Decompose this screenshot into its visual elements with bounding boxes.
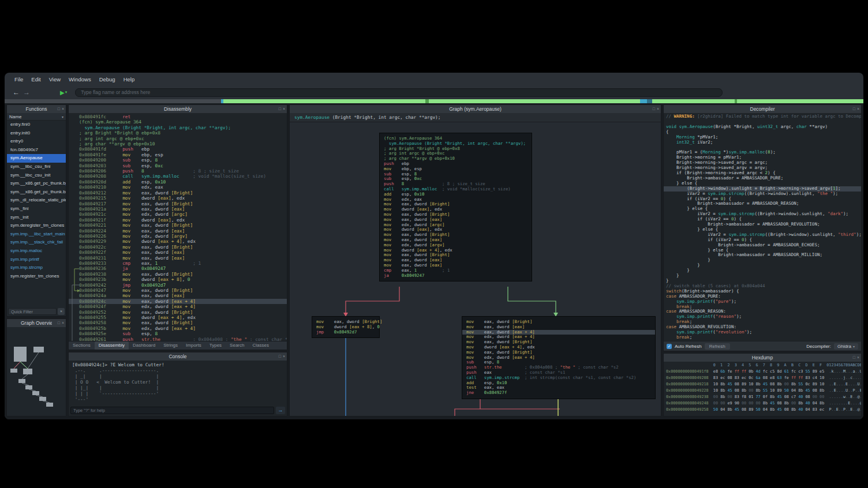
function-item[interactable]: fcn.080490c7 (7, 146, 66, 155)
seek-segment[interactable] (5, 99, 221, 103)
tab-strings[interactable]: Strings (159, 341, 182, 350)
seek-segment[interactable] (647, 99, 652, 103)
forward-button[interactable]: → (23, 85, 30, 99)
disasm-line[interactable]: 0x080491fe mov ebp, esp (69, 152, 287, 157)
console-input[interactable] (70, 407, 274, 414)
graph-overview-minimap[interactable] (7, 327, 66, 416)
disasm-line[interactable]: 0x08049224 mov eax, dword [eax] (69, 228, 287, 234)
disasm-line[interactable]: 0x08049217 mov eax, dword [Bright] (69, 201, 287, 207)
disasm-line[interactable]: 0x08049258 mov eax, dword [Bright] (69, 320, 287, 325)
function-item[interactable]: sym._fini (7, 205, 66, 213)
function-item[interactable]: sym._dl_relocate_static_pie (7, 196, 66, 205)
disasm-line[interactable]: 0x08049252 mov eax, dword [Bright] (69, 310, 287, 315)
console-send-icon[interactable]: → (276, 407, 285, 414)
disasm-line[interactable]: 0x0804921c mov edx, dword [argc] (69, 212, 287, 217)
popout-icon[interactable]: □ (853, 105, 855, 113)
function-item[interactable]: sym._init (7, 213, 66, 222)
tab-sections[interactable]: Sections (69, 341, 95, 350)
disasm-line[interactable]: 0x0804924c mov eax, dword [eax + 4] (69, 299, 287, 304)
disasm-line[interactable]: ; arg Bright *Bright @ ebp+0x8 (69, 130, 287, 136)
function-item[interactable]: sym.__libc_csu_fini (7, 163, 66, 171)
popout-icon[interactable]: □ (279, 352, 281, 361)
close-icon[interactable]: × (62, 319, 64, 327)
disasm-line[interactable]: 0x08049203 sub esp, 0xc (69, 163, 287, 168)
seek-segment[interactable] (737, 99, 863, 103)
menu-edit[interactable]: Edit (27, 74, 44, 84)
graph-node-entry[interactable]: (fcn) sym.Aeropause 364 sym.Aeropause (B… (379, 133, 532, 281)
function-item[interactable]: sym.imp.strcmp (7, 264, 66, 272)
disasm-line[interactable]: 0x08049261 push str.the ; 0x804a008 ; "t… (69, 337, 287, 341)
disasm-line[interactable]: 0x080491fc ret (69, 114, 287, 119)
seek-bar[interactable] (5, 99, 863, 103)
graph-canvas[interactable]: (fcn) sym.Aeropause 364 sym.Aeropause (B… (290, 122, 661, 416)
close-icon[interactable]: × (857, 105, 859, 113)
back-button[interactable]: ← (13, 85, 20, 99)
disasm-line[interactable]: ; arg int argc @ ebp+0xc (69, 136, 287, 141)
function-item[interactable]: sym.__x86.get_pc_thunk.bp (7, 179, 66, 188)
disasm-line[interactable]: (fcn) sym.Aeropause 364 (69, 119, 287, 125)
debug-start-button[interactable]: ▶ ▾ (60, 89, 67, 96)
disasm-line[interactable]: 0x08049231 mov eax, dword [eax] (69, 256, 287, 261)
disasm-line[interactable]: 0x08049206 push 8 ; 8 ; size_t size (69, 168, 287, 174)
refresh-button[interactable]: Refresh (705, 343, 730, 350)
disasm-line[interactable]: 0x08049247 mov eax, dword [Bright] (69, 288, 287, 293)
tab-disassembly[interactable]: Disassembly (95, 341, 129, 350)
disasm-line[interactable]: 0x08049242 jmp 0x80492d7 (69, 283, 287, 288)
disasm-line[interactable]: 0x08049221 mov eax, dword [Bright] (69, 223, 287, 228)
function-item[interactable]: sym.imp.printf (7, 256, 66, 264)
tab-imports[interactable]: Imports (182, 341, 205, 350)
disasm-line[interactable]: 0x08049236 ja 0x8049247 (69, 266, 287, 271)
address-input[interactable] (75, 88, 723, 97)
disasm-line[interactable]: 0x08049229 mov dword [eax + 4], edx (69, 239, 287, 244)
function-item[interactable]: sym.imp.__libc_start_main (7, 230, 66, 239)
popout-icon[interactable]: □ (58, 319, 60, 327)
menu-debug[interactable]: Debug (95, 74, 119, 84)
disasm-line[interactable]: 0x08049212 mov eax, dword [Bright] (69, 190, 287, 196)
disasm-line[interactable]: 0x0804923b mov dword [eax + 8], 0 (69, 277, 287, 282)
seek-segment[interactable] (429, 99, 640, 103)
function-item[interactable]: sym.register_tm_clones (7, 272, 66, 281)
disasm-line[interactable]: 0x0804922f mov eax, dword [eax] (69, 250, 287, 255)
disasm-line[interactable]: 0x0804924f mov edx, dword [eax + 4] (69, 304, 287, 309)
disasm-line[interactable]: 0x080491fd push ebp (69, 147, 287, 152)
disasm-line[interactable]: 0x08049226 mov edx, dword [argv] (69, 234, 287, 239)
tab-search[interactable]: Search (226, 341, 248, 350)
function-item[interactable]: sym.__libc_csu_init (7, 171, 66, 180)
disasm-line[interactable]: 0x08049210 mov edx, eax (69, 185, 287, 190)
graph-node-false-branch[interactable]: mov eax, dword [Bright]mov dword [eax + … (312, 316, 380, 338)
close-icon[interactable]: × (657, 105, 659, 113)
graph-node-true-branch[interactable]: mov eax, dword [Bright]mov eax, dword [e… (462, 316, 656, 399)
function-item[interactable]: entry.init0 (7, 129, 66, 138)
menu-help[interactable]: Help (119, 74, 139, 84)
disasm-line[interactable]: 0x0804924a mov eax, dword [eax] (69, 293, 287, 298)
disasm-line[interactable]: 0x08049200 sub esp, 8 (69, 157, 287, 163)
disasm-line[interactable]: 0x0804925e sub esp, 8 (69, 331, 287, 336)
tab-dashboard[interactable]: Dashboard (129, 341, 159, 350)
popout-icon[interactable]: □ (279, 105, 281, 113)
close-icon[interactable]: × (283, 105, 285, 113)
function-item[interactable]: sym.Aeropause (7, 154, 66, 163)
popout-icon[interactable]: □ (853, 354, 855, 362)
function-item[interactable]: entry.fini0 (7, 121, 66, 129)
close-icon[interactable]: × (857, 354, 859, 362)
disasm-line[interactable]: 0x0804921a mov eax, dword [eax] (69, 207, 287, 212)
seek-segment[interactable] (640, 99, 647, 103)
disasm-line[interactable]: sym.Aeropause (Bright *Bright, int argc,… (69, 125, 287, 130)
close-icon[interactable]: × (62, 105, 64, 113)
disasm-line[interactable]: 0x08049233 cmp eax, 1 ; 1 (69, 261, 287, 266)
menu-windows[interactable]: Windows (65, 74, 95, 84)
disasm-line[interactable]: 0x08049238 mov eax, dword [Bright] (69, 272, 287, 277)
function-item[interactable]: entry0 (7, 137, 66, 146)
function-item[interactable]: sym.imp.malloc (7, 247, 66, 256)
popout-icon[interactable]: □ (653, 105, 655, 113)
disasm-line[interactable]: 0x08049255 mov dword [eax + 4], edx (69, 315, 287, 320)
seek-segment[interactable] (223, 99, 425, 103)
quick-filter-input[interactable] (8, 308, 57, 315)
function-item[interactable]: sym.imp.__stack_chk_fail (7, 238, 66, 247)
function-item[interactable]: sym.deregister_tm_clones (7, 222, 66, 230)
popout-icon[interactable]: □ (58, 105, 60, 113)
disasm-line[interactable]: ; arg char **argv @ ebp+0x10 (69, 141, 287, 147)
disasm-line[interactable]: 0x08049215 mov dword [eax], edx (69, 196, 287, 201)
close-icon[interactable]: × (283, 352, 285, 361)
seek-segment[interactable] (652, 99, 735, 103)
